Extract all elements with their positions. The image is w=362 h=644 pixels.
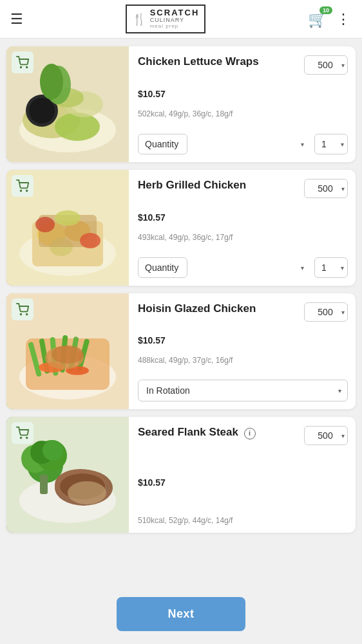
svg-point-40 [26, 437, 28, 439]
logo: 🍴 SCRATCH CULINARY meal prep [126, 5, 206, 33]
meal-name-sfs: Seared Flank Steak i [138, 426, 299, 439]
quantity-wrapper-clw: Quantity123 [138, 134, 309, 154]
svg-point-47 [43, 440, 63, 461]
svg-point-5 [55, 113, 100, 141]
meal-card-hozc: Hoisin Glazed Chicken 5007501000 $10.57 … [6, 293, 356, 409]
meal-macros-hgc: 493kcal, 49g/p, 36g/c, 17g/f [138, 233, 348, 242]
cart-badge: 10 [319, 6, 332, 14]
svg-point-22 [80, 233, 100, 248]
logo-text: SCRATCH CULINARY meal prep [150, 8, 200, 30]
meal-bottom-row-clw: Quantity123 12345 [138, 134, 348, 154]
add-to-cart-hgc[interactable] [12, 175, 33, 197]
meal-macros-clw: 502kcal, 49g/p, 36g/c, 18g/f [138, 109, 348, 118]
svg-point-39 [21, 437, 22, 439]
meal-card-clw: Chicken Lettuce Wraps 5007501000 $10.57 … [6, 46, 356, 162]
portion-select-sfs[interactable]: 5007501000 [304, 426, 348, 445]
menu-icon[interactable]: ☰ [10, 11, 23, 28]
svg-rect-48 [40, 475, 48, 494]
quantity-select-hgc[interactable]: Quantity123 [138, 257, 187, 278]
meal-top-row-hgc: Herb Grilled Chicken 5007501000 [138, 179, 348, 198]
svg-point-1 [26, 67, 28, 68]
portion-select-hozc[interactable]: 5007501000 [304, 302, 348, 322]
meal-top-row-hozc: Hoisin Glazed Chicken 5007501000 [138, 302, 348, 322]
svg-point-23 [55, 210, 81, 226]
add-to-cart-clw[interactable] [12, 51, 33, 73]
portion-wrapper-clw: 5007501000 [304, 55, 348, 75]
meal-top-row-sfs: Seared Flank Steak i 5007501000 [138, 426, 348, 445]
info-icon-sfs[interactable]: i [244, 428, 256, 439]
meal-price-sfs: $10.57 [138, 477, 348, 488]
portion-select-hgc[interactable]: 5007501000 [304, 179, 348, 198]
svg-point-7 [29, 98, 55, 124]
quantity-wrapper-hgc: Quantity123 [138, 257, 309, 278]
svg-point-24 [21, 314, 22, 315]
portion-wrapper-sfs: 5007501000 [304, 426, 348, 445]
svg-point-38 [52, 345, 84, 363]
meal-card-sfs: Seared Flank Steak i 5007501000 $10.57 5… [6, 417, 356, 533]
svg-point-52 [68, 481, 106, 504]
header: ☰ 🍴 SCRATCH CULINARY meal prep 🛒 10 ⋮ [0, 0, 362, 39]
logo-sub: meal prep [150, 24, 200, 30]
meal-bottom-row-hgc: Quantity123 123 [138, 257, 348, 278]
header-right: 🛒 10 ⋮ [308, 10, 352, 28]
meal-price-hozc: $10.57 [138, 335, 348, 345]
add-to-cart-hozc[interactable] [12, 299, 33, 320]
bottom-bar: Next [0, 588, 362, 644]
svg-point-12 [21, 190, 22, 192]
qty-number-wrapper-clw: 12345 [314, 134, 348, 154]
meal-details-hozc: Hoisin Glazed Chicken 5007501000 $10.57 … [129, 293, 356, 409]
meal-card-hgc: Herb Grilled Chicken 5007501000 $10.57 4… [6, 170, 356, 286]
qty-number-select-hgc[interactable]: 123 [314, 257, 348, 278]
portion-wrapper-hozc: 5007501000 [304, 302, 348, 322]
more-menu-icon[interactable]: ⋮ [336, 11, 352, 28]
logo-scratch: SCRATCH [150, 8, 200, 17]
svg-point-11 [40, 64, 63, 100]
meal-image-wrapper-clw [6, 46, 129, 162]
svg-point-0 [21, 67, 22, 68]
in-rotation-select-hozc[interactable]: In RotationQuantity [138, 380, 348, 401]
quantity-select-clw[interactable]: Quantity123 [138, 134, 187, 154]
qty-number-wrapper-hgc: 123 [314, 257, 348, 278]
meal-name-hgc: Herb Grilled Chicken [138, 179, 299, 192]
in-rotation-wrapper-hozc: In RotationQuantity [138, 380, 348, 401]
svg-point-21 [35, 217, 55, 232]
meal-name-hozc: Hoisin Glazed Chicken [138, 302, 299, 315]
cart-button[interactable]: 🛒 10 [308, 10, 327, 28]
svg-point-13 [26, 190, 28, 192]
meal-macros-hozc: 488kcal, 49g/p, 37g/c, 16g/f [138, 356, 348, 365]
meal-image-wrapper-hgc [6, 170, 129, 286]
svg-point-25 [26, 314, 28, 315]
add-to-cart-sfs[interactable] [12, 422, 33, 444]
meal-list: Chicken Lettuce Wraps 5007501000 $10.57 … [0, 39, 362, 597]
meal-name-clw: Chicken Lettuce Wraps [138, 55, 299, 68]
meal-image-wrapper-sfs [6, 417, 129, 533]
meal-image-wrapper-hozc [6, 293, 129, 409]
portion-wrapper-hgc: 5007501000 [304, 179, 348, 198]
meal-details-clw: Chicken Lettuce Wraps 5007501000 $10.57 … [129, 46, 356, 162]
meal-details-hgc: Herb Grilled Chicken 5007501000 $10.57 4… [129, 170, 356, 286]
portion-select-clw[interactable]: 5007501000 [304, 55, 348, 75]
meal-macros-sfs: 510kcal, 52g/p, 44g/c, 14g/f [138, 516, 348, 525]
meal-price-clw: $10.57 [138, 89, 348, 99]
meal-top-row-clw: Chicken Lettuce Wraps 5007501000 [138, 55, 348, 75]
next-button[interactable]: Next [117, 597, 245, 631]
qty-number-select-clw[interactable]: 12345 [314, 134, 348, 154]
meal-details-sfs: Seared Flank Steak i 5007501000 $10.57 5… [129, 417, 356, 533]
meal-bottom-row-hozc: In RotationQuantity [138, 380, 348, 401]
logo-icon: 🍴 [132, 12, 146, 26]
meal-price-hgc: $10.57 [138, 212, 348, 223]
